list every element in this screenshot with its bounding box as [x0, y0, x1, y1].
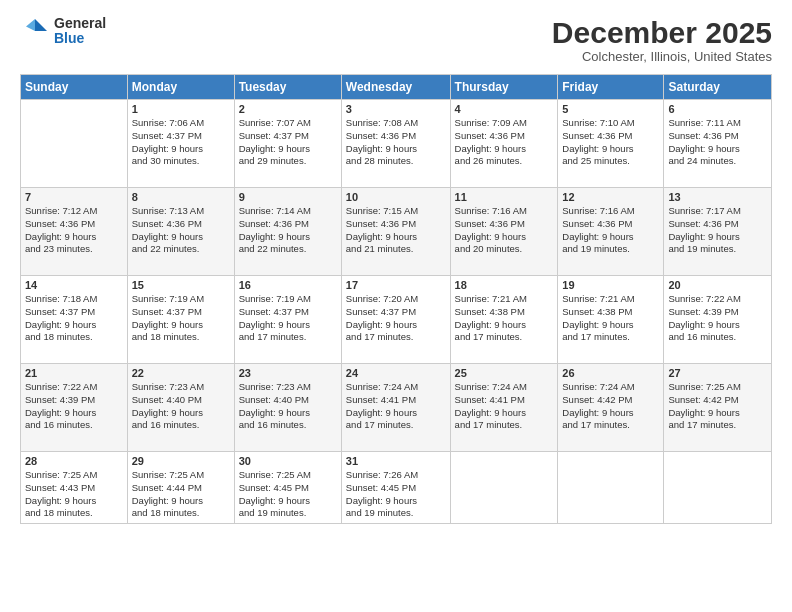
day-info: Sunrise: 7:22 AM Sunset: 4:39 PM Dayligh… [25, 381, 123, 432]
day-info: Sunrise: 7:19 AM Sunset: 4:37 PM Dayligh… [239, 293, 337, 344]
day-number: 19 [562, 279, 659, 291]
svg-marker-0 [35, 19, 47, 31]
day-info: Sunrise: 7:21 AM Sunset: 4:38 PM Dayligh… [455, 293, 554, 344]
calendar-cell: 27Sunrise: 7:25 AM Sunset: 4:42 PM Dayli… [664, 364, 772, 452]
day-info: Sunrise: 7:25 AM Sunset: 4:43 PM Dayligh… [25, 469, 123, 520]
day-info: Sunrise: 7:22 AM Sunset: 4:39 PM Dayligh… [668, 293, 767, 344]
day-number: 21 [25, 367, 123, 379]
calendar-cell: 3Sunrise: 7:08 AM Sunset: 4:36 PM Daylig… [341, 100, 450, 188]
day-number: 29 [132, 455, 230, 467]
svg-marker-1 [26, 19, 35, 31]
day-info: Sunrise: 7:16 AM Sunset: 4:36 PM Dayligh… [455, 205, 554, 256]
day-number: 11 [455, 191, 554, 203]
calendar-week-2: 7Sunrise: 7:12 AM Sunset: 4:36 PM Daylig… [21, 188, 772, 276]
day-number: 8 [132, 191, 230, 203]
logo-blue-text: Blue [54, 31, 106, 46]
weekday-header-thursday: Thursday [450, 75, 558, 100]
calendar-cell: 29Sunrise: 7:25 AM Sunset: 4:44 PM Dayli… [127, 452, 234, 524]
day-info: Sunrise: 7:19 AM Sunset: 4:37 PM Dayligh… [132, 293, 230, 344]
calendar-cell: 8Sunrise: 7:13 AM Sunset: 4:36 PM Daylig… [127, 188, 234, 276]
day-info: Sunrise: 7:16 AM Sunset: 4:36 PM Dayligh… [562, 205, 659, 256]
calendar-cell: 9Sunrise: 7:14 AM Sunset: 4:36 PM Daylig… [234, 188, 341, 276]
weekday-header-wednesday: Wednesday [341, 75, 450, 100]
location: Colchester, Illinois, United States [552, 49, 772, 64]
day-info: Sunrise: 7:20 AM Sunset: 4:37 PM Dayligh… [346, 293, 446, 344]
day-info: Sunrise: 7:15 AM Sunset: 4:36 PM Dayligh… [346, 205, 446, 256]
day-number: 26 [562, 367, 659, 379]
calendar-cell: 18Sunrise: 7:21 AM Sunset: 4:38 PM Dayli… [450, 276, 558, 364]
calendar-cell: 10Sunrise: 7:15 AM Sunset: 4:36 PM Dayli… [341, 188, 450, 276]
day-info: Sunrise: 7:12 AM Sunset: 4:36 PM Dayligh… [25, 205, 123, 256]
day-number: 14 [25, 279, 123, 291]
day-info: Sunrise: 7:17 AM Sunset: 4:36 PM Dayligh… [668, 205, 767, 256]
calendar-cell: 22Sunrise: 7:23 AM Sunset: 4:40 PM Dayli… [127, 364, 234, 452]
day-number: 27 [668, 367, 767, 379]
day-info: Sunrise: 7:25 AM Sunset: 4:42 PM Dayligh… [668, 381, 767, 432]
weekday-header-sunday: Sunday [21, 75, 128, 100]
calendar-cell: 21Sunrise: 7:22 AM Sunset: 4:39 PM Dayli… [21, 364, 128, 452]
day-number: 15 [132, 279, 230, 291]
day-number: 31 [346, 455, 446, 467]
day-info: Sunrise: 7:26 AM Sunset: 4:45 PM Dayligh… [346, 469, 446, 520]
day-number: 24 [346, 367, 446, 379]
calendar-cell: 16Sunrise: 7:19 AM Sunset: 4:37 PM Dayli… [234, 276, 341, 364]
day-info: Sunrise: 7:14 AM Sunset: 4:36 PM Dayligh… [239, 205, 337, 256]
logo-general-text: General [54, 16, 106, 31]
day-info: Sunrise: 7:18 AM Sunset: 4:37 PM Dayligh… [25, 293, 123, 344]
day-info: Sunrise: 7:25 AM Sunset: 4:44 PM Dayligh… [132, 469, 230, 520]
calendar-week-3: 14Sunrise: 7:18 AM Sunset: 4:37 PM Dayli… [21, 276, 772, 364]
calendar-cell: 6Sunrise: 7:11 AM Sunset: 4:36 PM Daylig… [664, 100, 772, 188]
day-info: Sunrise: 7:08 AM Sunset: 4:36 PM Dayligh… [346, 117, 446, 168]
calendar-cell: 26Sunrise: 7:24 AM Sunset: 4:42 PM Dayli… [558, 364, 664, 452]
title-block: December 2025 Colchester, Illinois, Unit… [552, 16, 772, 64]
calendar-cell: 13Sunrise: 7:17 AM Sunset: 4:36 PM Dayli… [664, 188, 772, 276]
calendar-cell: 31Sunrise: 7:26 AM Sunset: 4:45 PM Dayli… [341, 452, 450, 524]
day-info: Sunrise: 7:09 AM Sunset: 4:36 PM Dayligh… [455, 117, 554, 168]
calendar-cell: 11Sunrise: 7:16 AM Sunset: 4:36 PM Dayli… [450, 188, 558, 276]
day-number: 22 [132, 367, 230, 379]
weekday-header-row: SundayMondayTuesdayWednesdayThursdayFrid… [21, 75, 772, 100]
day-number: 28 [25, 455, 123, 467]
calendar-cell: 14Sunrise: 7:18 AM Sunset: 4:37 PM Dayli… [21, 276, 128, 364]
page: General Blue December 2025 Colchester, I… [0, 0, 792, 612]
day-number: 10 [346, 191, 446, 203]
day-number: 9 [239, 191, 337, 203]
day-info: Sunrise: 7:23 AM Sunset: 4:40 PM Dayligh… [132, 381, 230, 432]
calendar-cell: 20Sunrise: 7:22 AM Sunset: 4:39 PM Dayli… [664, 276, 772, 364]
day-number: 6 [668, 103, 767, 115]
day-number: 23 [239, 367, 337, 379]
calendar-cell: 23Sunrise: 7:23 AM Sunset: 4:40 PM Dayli… [234, 364, 341, 452]
logo-icon [20, 16, 50, 46]
calendar-table: SundayMondayTuesdayWednesdayThursdayFrid… [20, 74, 772, 524]
weekday-header-tuesday: Tuesday [234, 75, 341, 100]
calendar-cell: 28Sunrise: 7:25 AM Sunset: 4:43 PM Dayli… [21, 452, 128, 524]
day-info: Sunrise: 7:24 AM Sunset: 4:42 PM Dayligh… [562, 381, 659, 432]
calendar-cell: 4Sunrise: 7:09 AM Sunset: 4:36 PM Daylig… [450, 100, 558, 188]
day-number: 1 [132, 103, 230, 115]
calendar-week-1: 1Sunrise: 7:06 AM Sunset: 4:37 PM Daylig… [21, 100, 772, 188]
calendar-cell [558, 452, 664, 524]
day-info: Sunrise: 7:23 AM Sunset: 4:40 PM Dayligh… [239, 381, 337, 432]
calendar-cell [664, 452, 772, 524]
day-info: Sunrise: 7:10 AM Sunset: 4:36 PM Dayligh… [562, 117, 659, 168]
day-number: 5 [562, 103, 659, 115]
day-info: Sunrise: 7:24 AM Sunset: 4:41 PM Dayligh… [455, 381, 554, 432]
day-number: 18 [455, 279, 554, 291]
calendar-cell: 17Sunrise: 7:20 AM Sunset: 4:37 PM Dayli… [341, 276, 450, 364]
calendar-week-5: 28Sunrise: 7:25 AM Sunset: 4:43 PM Dayli… [21, 452, 772, 524]
logo-text: General Blue [54, 16, 106, 47]
calendar-cell [21, 100, 128, 188]
month-title: December 2025 [552, 16, 772, 49]
day-number: 12 [562, 191, 659, 203]
calendar-week-4: 21Sunrise: 7:22 AM Sunset: 4:39 PM Dayli… [21, 364, 772, 452]
calendar-cell: 1Sunrise: 7:06 AM Sunset: 4:37 PM Daylig… [127, 100, 234, 188]
calendar-cell: 24Sunrise: 7:24 AM Sunset: 4:41 PM Dayli… [341, 364, 450, 452]
day-number: 30 [239, 455, 337, 467]
calendar-cell: 30Sunrise: 7:25 AM Sunset: 4:45 PM Dayli… [234, 452, 341, 524]
logo: General Blue [20, 16, 106, 47]
day-number: 3 [346, 103, 446, 115]
day-info: Sunrise: 7:13 AM Sunset: 4:36 PM Dayligh… [132, 205, 230, 256]
calendar-cell: 2Sunrise: 7:07 AM Sunset: 4:37 PM Daylig… [234, 100, 341, 188]
day-number: 16 [239, 279, 337, 291]
header: General Blue December 2025 Colchester, I… [20, 16, 772, 64]
